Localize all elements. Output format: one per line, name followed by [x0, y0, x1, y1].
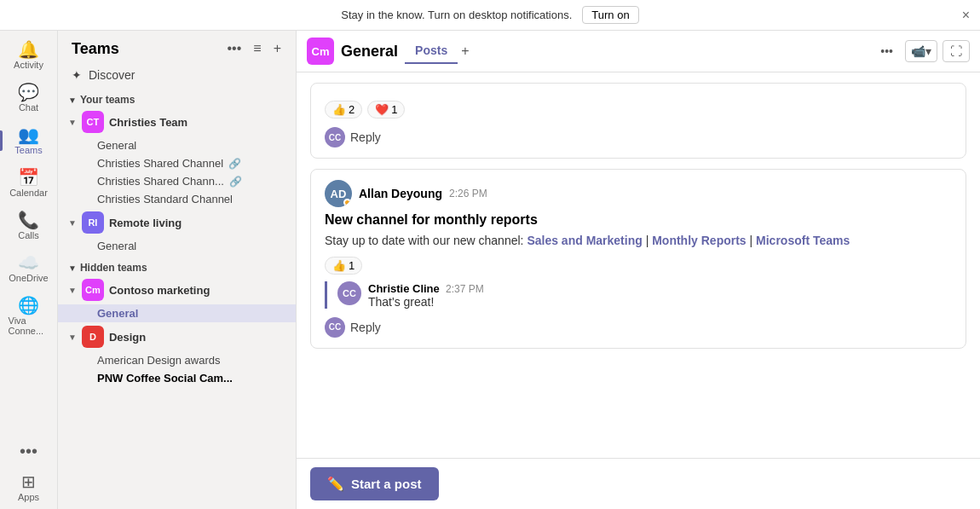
- chat-icon: 💬: [18, 84, 39, 101]
- channel-shared2-label: Christies Shared Chann...: [97, 175, 224, 188]
- thumbs-up-emoji-2: 👍: [332, 259, 346, 272]
- add-team-button[interactable]: +: [269, 39, 285, 58]
- messages-area: 👍 2 ❤️ 1 CC Reply: [297, 72, 980, 458]
- reply-time: 2:37 PM: [443, 283, 484, 295]
- channel-christies-general[interactable]: General: [58, 136, 296, 154]
- channel-header-avatar: Cm: [307, 38, 334, 65]
- channel-pnw-coffee[interactable]: PNW Coffee Social Cam...: [58, 369, 296, 387]
- channel-american-design[interactable]: American Design awards: [58, 351, 296, 369]
- sidebar-title: Teams: [72, 40, 220, 58]
- msg2-body: Stay up to date with our new channel: Sa…: [325, 233, 952, 250]
- nav-item-viva[interactable]: 🌐 Viva Conne...: [5, 290, 53, 343]
- apps-icon: ⊞: [21, 473, 36, 490]
- contoso-caret: ▼: [68, 286, 77, 295]
- reactions-2: 👍 1: [325, 257, 952, 275]
- main-content: Cm General Posts + ••• 📹 ▾ ⛶: [297, 31, 980, 509]
- contoso-avatar: Cm: [82, 279, 104, 301]
- team-row-design[interactable]: ▼ D Design: [58, 322, 296, 351]
- reaction-thumbs-up-2[interactable]: 👍 1: [325, 257, 362, 275]
- team-row-christies[interactable]: ▼ CT Christies Team: [58, 107, 296, 136]
- sidebar-scroll: ✦ Discover ▼ Your teams ▼ CT Christies T…: [58, 63, 296, 509]
- channel-header: Cm General Posts + ••• 📹 ▾ ⛶: [297, 31, 980, 72]
- more-options-button[interactable]: •••: [223, 39, 246, 58]
- reply-label-1: Reply: [350, 130, 381, 144]
- heart-emoji: ❤️: [375, 103, 389, 116]
- reaction-heart[interactable]: ❤️ 1: [367, 101, 405, 119]
- msg2-avatar: AD: [325, 180, 352, 207]
- filter-button[interactable]: ≡: [249, 39, 265, 58]
- channel-christies-shared1[interactable]: Christies Shared Channel 🔗: [58, 154, 296, 172]
- hidden-teams-caret: ▼: [68, 263, 77, 273]
- nav-item-activity[interactable]: 🔔 Activity: [5, 34, 53, 77]
- close-banner-button[interactable]: ×: [962, 8, 970, 23]
- link-microsoft-teams[interactable]: Microsoft Teams: [756, 234, 850, 247]
- viva-icon: 🌐: [18, 297, 39, 314]
- reactions-1: 👍 2 ❤️ 1: [325, 101, 952, 119]
- post-bar: ✏️ Start a post: [297, 458, 980, 509]
- nav-item-chat[interactable]: 💬 Chat: [5, 77, 53, 119]
- discover-label: Discover: [89, 68, 135, 82]
- channel-contoso-general[interactable]: General: [58, 304, 296, 322]
- msg2-header: AD Allan Deyoung 2:26 PM: [325, 180, 952, 207]
- start-post-button[interactable]: ✏️ Start a post: [310, 467, 439, 500]
- link-sales-marketing[interactable]: Sales and Marketing: [527, 234, 642, 247]
- nav-item-calls[interactable]: 📞 Calls: [5, 205, 53, 247]
- teams-icon: 👥: [18, 126, 39, 143]
- more-options-header-button[interactable]: •••: [873, 41, 900, 61]
- channel-christies-standard[interactable]: Christies Standard Channel: [58, 190, 296, 208]
- tab-posts[interactable]: Posts: [405, 38, 458, 64]
- reply-button-2[interactable]: CC Reply: [325, 317, 952, 338]
- heart-count: 1: [391, 103, 397, 116]
- start-post-icon: ✏️: [327, 476, 344, 492]
- channel-christies-shared2[interactable]: Christies Shared Chann... 🔗: [58, 172, 296, 190]
- link-monthly-reports[interactable]: Monthly Reports: [652, 234, 746, 247]
- msg2-time: 2:26 PM: [449, 188, 487, 200]
- msg2-author: Allan Deyoung: [359, 187, 442, 200]
- video-call-button[interactable]: 📹 ▾: [905, 40, 937, 62]
- remote-general-label: General: [97, 240, 136, 252]
- nav-label-teams: Teams: [14, 145, 42, 155]
- nav-rail: 🔔 Activity 💬 Chat 👥 Teams 📅 Calendar 📞 C…: [0, 31, 58, 509]
- reply-button-1[interactable]: CC Reply: [325, 127, 952, 147]
- reply-label-2: Reply: [350, 321, 381, 334]
- nav-label-viva: Viva Conne...: [9, 315, 49, 336]
- design-name: Design: [109, 331, 289, 344]
- nav-label-chat: Chat: [19, 102, 38, 113]
- nav-item-apps[interactable]: ⊞ Apps: [5, 466, 53, 509]
- team-row-remote[interactable]: ▼ RI Remote living: [58, 208, 296, 237]
- nav-item-more[interactable]: •••: [5, 436, 53, 466]
- calls-icon: 📞: [18, 211, 39, 228]
- activity-icon: 🔔: [18, 41, 39, 58]
- reply-author: Christie Cline: [368, 282, 440, 295]
- more-icon: •••: [20, 442, 37, 460]
- tab-bar: Posts +: [405, 38, 472, 64]
- reply-text: That's great!: [368, 295, 484, 309]
- your-teams-section[interactable]: ▼ Your teams: [58, 87, 296, 107]
- video-icon: 📹: [911, 44, 925, 58]
- discover-item[interactable]: ✦ Discover: [58, 63, 296, 87]
- christies-name: Christies Team: [109, 116, 289, 129]
- nav-item-calendar[interactable]: 📅 Calendar: [5, 162, 53, 205]
- hidden-teams-label: Hidden teams: [80, 262, 147, 274]
- remote-caret: ▼: [68, 218, 77, 228]
- shared-channel2-icon: 🔗: [229, 176, 242, 188]
- nav-item-teams[interactable]: 👥 Teams: [5, 119, 53, 162]
- reaction-thumbs-up[interactable]: 👍 2: [325, 101, 362, 119]
- expand-button[interactable]: ⛶: [943, 40, 970, 62]
- teams-sidebar: Teams ••• ≡ + ✦ Discover ▼ Your teams ▼ …: [58, 31, 297, 509]
- reply-avatar-1: CC: [325, 127, 345, 147]
- channel-shared1-label: Christies Shared Channel: [97, 157, 223, 170]
- video-dropdown-icon: ▾: [925, 44, 931, 58]
- channel-remote-general[interactable]: General: [58, 237, 296, 255]
- start-post-label: Start a post: [351, 477, 422, 491]
- message-card-2: AD Allan Deyoung 2:26 PM New channel for…: [310, 169, 966, 349]
- sidebar-actions: ••• ≡ +: [223, 39, 286, 58]
- discover-sparkle-icon: ✦: [72, 68, 82, 82]
- team-row-contoso[interactable]: ▼ Cm Contoso marketing: [58, 275, 296, 304]
- hidden-teams-section[interactable]: ▼ Hidden teams: [58, 255, 296, 275]
- turn-on-button[interactable]: Turn on: [582, 6, 638, 24]
- onedrive-icon: ☁️: [18, 254, 39, 271]
- nav-item-onedrive[interactable]: ☁️ OneDrive: [5, 247, 53, 290]
- message-card-1: 👍 2 ❤️ 1 CC Reply: [310, 83, 966, 159]
- add-tab-button[interactable]: +: [458, 40, 472, 62]
